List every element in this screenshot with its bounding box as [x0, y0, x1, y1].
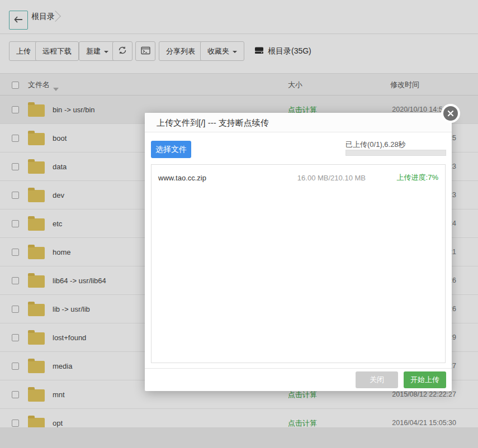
upload-file-progress: 上传进度:7%	[366, 173, 438, 183]
close-icon	[443, 106, 458, 121]
upload-file-row: www.tao.cc.zip 16.00 MB/210.10 MB 上传进度:7…	[152, 165, 445, 190]
upload-file-name: www.tao.cc.zip	[158, 174, 254, 182]
dialog-close-button[interactable]	[441, 104, 460, 123]
start-upload-button[interactable]: 开始上传	[404, 371, 446, 388]
select-file-button[interactable]: 选择文件	[151, 141, 191, 158]
overall-progress-bar	[346, 150, 446, 156]
upload-file-size: 16.00 MB/210.10 MB	[254, 174, 366, 182]
upload-dialog: 上传文件到[/] --- 支持断点续传 选择文件 已上传(0/1),6.28秒 …	[145, 113, 452, 391]
dialog-title: 上传文件到[/] --- 支持断点续传	[145, 113, 452, 132]
close-button[interactable]: 关闭	[356, 371, 398, 388]
dialog-footer: 关闭 开始上传	[145, 368, 452, 391]
upload-status-text: 已上传(0/1),6.28秒	[346, 140, 446, 150]
upload-file-list: www.tao.cc.zip 16.00 MB/210.10 MB 上传进度:7…	[151, 164, 446, 363]
